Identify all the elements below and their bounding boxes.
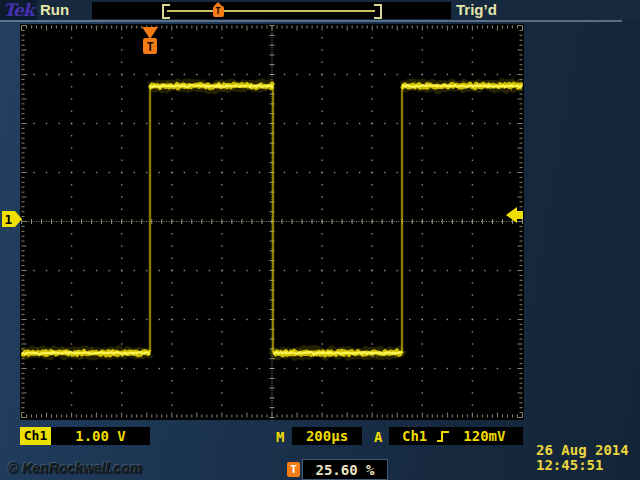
trigger-source: Ch1 bbox=[402, 428, 427, 444]
horizontal-trigger-position-readout: 25.60 % bbox=[302, 459, 388, 480]
trigger-type-label: A bbox=[374, 429, 382, 445]
ch1-badge: Ch1 bbox=[20, 427, 51, 445]
timebase-label: M bbox=[276, 429, 284, 445]
oscilloscope-screen: Tek Run T Trig’d T1 Ch1 1.00 V M 200µs A… bbox=[0, 0, 640, 480]
rising-edge-icon bbox=[436, 429, 450, 444]
graticule-display: T1 bbox=[0, 0, 640, 480]
trigger-readout: Ch1 120mV bbox=[389, 427, 523, 445]
channel-1-marker: 1 bbox=[5, 212, 13, 227]
horizontal-trigger-t-icon: T bbox=[287, 462, 300, 477]
date-text: 26 Aug 2014 bbox=[536, 443, 629, 458]
trigger-level: 120mV bbox=[463, 428, 505, 444]
ch1-scale-readout: 1.00 V bbox=[51, 427, 150, 445]
time-text: 12:45:51 bbox=[536, 458, 629, 473]
timebase-readout: 200µs bbox=[292, 427, 362, 445]
trigger-position-t-icon: T bbox=[146, 40, 153, 54]
datetime-display: 26 Aug 2014 12:45:51 bbox=[536, 443, 629, 473]
watermark-text: © KenRockwell.com bbox=[8, 460, 142, 476]
